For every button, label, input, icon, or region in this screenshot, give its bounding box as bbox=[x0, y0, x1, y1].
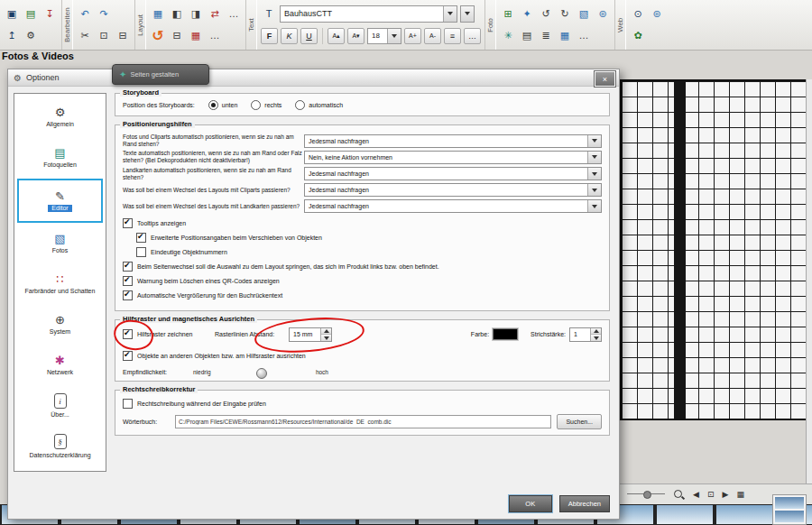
filmstrip-toggle-icon[interactable]: ▦ bbox=[736, 490, 744, 499]
photo-magic-icon[interactable]: ✦ bbox=[519, 5, 535, 22]
page-previous-icon[interactable]: ◀ bbox=[693, 490, 699, 499]
photo-list-panel[interactable] bbox=[772, 494, 807, 525]
snap-objects-checkbox[interactable] bbox=[123, 351, 133, 361]
page-next-icon[interactable]: ▶ bbox=[722, 490, 728, 499]
font-size-select[interactable]: 18 bbox=[367, 28, 401, 44]
editor-page-grid[interactable] bbox=[620, 79, 807, 420]
settings-icon[interactable]: ⚙ bbox=[23, 28, 39, 44]
import-icon[interactable]: ↧ bbox=[42, 5, 58, 22]
chevron-down-icon[interactable] bbox=[587, 184, 601, 196]
tab-fotos-videos[interactable]: Fotos & Videos bbox=[2, 51, 74, 61]
sidebar-item-fotoquellen[interactable]: ▤ Fotoquellen bbox=[14, 138, 106, 179]
underline-button[interactable]: U bbox=[300, 28, 318, 44]
chevron-down-icon[interactable] bbox=[587, 200, 601, 212]
photo-more-icon[interactable]: … bbox=[576, 28, 592, 44]
new-page-icon[interactable]: ▤ bbox=[23, 5, 39, 22]
font-family-select[interactable]: BauhausCTT bbox=[280, 5, 457, 23]
close-button[interactable]: × bbox=[595, 71, 615, 87]
rotate-right-icon[interactable]: ↻ bbox=[557, 5, 573, 22]
tooltips-checkbox[interactable] bbox=[123, 218, 133, 228]
spine-text-zoom-checkbox[interactable] bbox=[123, 290, 133, 300]
layout-more2-icon[interactable]: … bbox=[207, 28, 223, 44]
chevron-down-icon[interactable] bbox=[443, 6, 457, 22]
spinner-down-icon[interactable] bbox=[591, 334, 601, 341]
redo-icon[interactable]: ↷ bbox=[96, 5, 112, 22]
zoom-slider-handle[interactable] bbox=[643, 491, 651, 499]
dictionary-path-input[interactable] bbox=[175, 415, 551, 428]
layout-paste-icon[interactable]: ⊟ bbox=[169, 28, 185, 44]
italic-button[interactable]: K bbox=[281, 28, 298, 44]
text-position-select[interactable]: Nein, keine Aktion vornehmen bbox=[304, 151, 602, 164]
extended-position-checkbox[interactable] bbox=[136, 233, 146, 243]
copy-icon[interactable]: ⊡ bbox=[96, 28, 112, 44]
world-icon[interactable]: ⊚ bbox=[649, 5, 665, 22]
photo-add-icon[interactable]: ⊞ bbox=[500, 5, 516, 22]
list-icon[interactable]: ≣ bbox=[538, 28, 554, 44]
zoom-slider[interactable] bbox=[627, 490, 665, 499]
layout-reset-icon[interactable]: ↺ bbox=[150, 28, 166, 44]
layout-open-icon[interactable]: ◧ bbox=[169, 5, 185, 22]
text-tool-icon[interactable]: T bbox=[261, 5, 277, 22]
object-numbers-checkbox[interactable] bbox=[136, 247, 146, 257]
radio-automatisch[interactable] bbox=[295, 100, 305, 110]
page-change-layout-checkbox[interactable] bbox=[123, 262, 133, 272]
layout-more-icon[interactable]: … bbox=[226, 5, 242, 22]
tab-seiten-gestalten[interactable]: ✦ Seiten gestalten bbox=[112, 64, 209, 85]
sidebar-item-system[interactable]: ⊕ System bbox=[14, 305, 106, 345]
layout-swap-icon[interactable]: ⇄ bbox=[207, 5, 223, 22]
fit-view-icon[interactable]: ⊡ bbox=[707, 490, 715, 499]
maps-position-select[interactable]: Jedesmal nachfragen bbox=[304, 167, 602, 180]
sidebar-item-datenschutz[interactable]: § Datenschutzerklärung bbox=[14, 427, 106, 467]
ok-button[interactable]: OK bbox=[509, 495, 552, 512]
browse-button[interactable]: Suchen... bbox=[557, 414, 602, 429]
upload-icon[interactable]: ✿ bbox=[630, 28, 646, 44]
photo-grid-icon[interactable]: ▧ bbox=[576, 5, 592, 22]
sensitivity-slider-handle[interactable] bbox=[256, 368, 267, 379]
layout-save-icon[interactable]: ◨ bbox=[188, 5, 204, 22]
grid-color-swatch[interactable] bbox=[493, 328, 518, 340]
undo-icon[interactable]: ↶ bbox=[77, 5, 93, 22]
sidebar-item-farbraender[interactable]: ∷ Farbränder und Schatten bbox=[14, 263, 106, 304]
magnifier-icon[interactable] bbox=[673, 489, 685, 501]
chevron-down-icon[interactable] bbox=[387, 29, 401, 43]
radio-rechts[interactable] bbox=[251, 100, 261, 110]
photo-thumbnail[interactable] bbox=[775, 497, 804, 509]
cancel-button[interactable]: Abbrechen bbox=[559, 495, 610, 512]
globe-icon[interactable]: ⊚ bbox=[595, 5, 611, 22]
align-icon[interactable]: ≡ bbox=[444, 28, 461, 44]
radio-unten[interactable] bbox=[208, 100, 218, 110]
photo-thumbnail[interactable] bbox=[657, 505, 713, 524]
photos-cliparts-position-select[interactable]: Jedesmal nachfragen bbox=[304, 134, 602, 148]
account-icon[interactable]: ⊙ bbox=[630, 5, 646, 22]
size-increase-icon[interactable]: A▴ bbox=[328, 28, 345, 44]
save-icon[interactable]: ▣ bbox=[4, 5, 20, 22]
vertical-scrollbar[interactable] bbox=[806, 79, 812, 484]
chevron-down-icon[interactable] bbox=[587, 152, 601, 163]
size-decrease-icon[interactable]: A▾ bbox=[347, 28, 364, 44]
font-grow-icon[interactable]: A+ bbox=[404, 28, 421, 44]
sidebar-item-editor[interactable]: ✎ Editor bbox=[17, 179, 103, 223]
text-more-icon[interactable]: … bbox=[464, 28, 481, 44]
export-icon[interactable]: ↥ bbox=[4, 28, 20, 44]
sidebar-item-netzwerk[interactable]: ✱ Netzwerk bbox=[14, 345, 106, 386]
font-style-select-icon[interactable] bbox=[460, 5, 475, 23]
sidebar-item-allgemein[interactable]: ⚙ Allgemein bbox=[14, 97, 106, 138]
draw-grid-checkbox[interactable] bbox=[123, 329, 133, 339]
font-shrink-icon[interactable]: A- bbox=[424, 28, 441, 44]
stroke-width-spinner[interactable]: 1 bbox=[569, 327, 602, 342]
effect-icon[interactable]: ✳ bbox=[500, 28, 516, 44]
spinner-down-icon[interactable] bbox=[321, 334, 331, 341]
dialog-titlebar[interactable]: ⚙ Optionen bbox=[8, 69, 619, 87]
layout-cliparts-select[interactable]: Jedesmal nachfragen bbox=[304, 183, 602, 197]
photo-thumbnail[interactable] bbox=[775, 511, 804, 522]
spellcheck-checkbox[interactable] bbox=[123, 399, 133, 409]
grid2-icon[interactable]: ▦ bbox=[557, 28, 573, 44]
layout-grid-red-icon[interactable]: ▦ bbox=[188, 28, 204, 44]
rotate-left-icon[interactable]: ↺ bbox=[538, 5, 554, 22]
bold-button[interactable]: F bbox=[261, 28, 278, 44]
collage-icon[interactable]: ▤ bbox=[519, 28, 535, 44]
layout-maps-select[interactable]: Jedesmal nachfragen bbox=[304, 199, 602, 213]
qr-delete-warning-checkbox[interactable] bbox=[123, 276, 133, 286]
sidebar-item-ueber[interactable]: i Über... bbox=[14, 386, 106, 427]
cut-icon[interactable]: ✂ bbox=[77, 28, 93, 44]
